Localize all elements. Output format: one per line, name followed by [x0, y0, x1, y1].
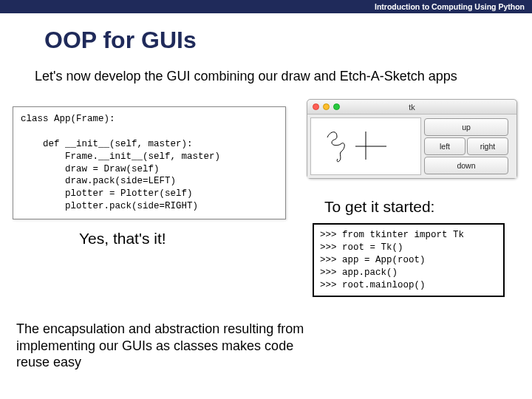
repl-code-block: >>> from tkinter import Tk >>> root = Tk…	[313, 223, 505, 297]
tk-window-screenshot: tk up left right down	[307, 99, 517, 179]
right-button[interactable]: right	[467, 137, 508, 155]
close-icon	[313, 103, 319, 110]
tk-titlebar: tk	[307, 100, 516, 115]
draw-canvas	[310, 117, 421, 175]
minimize-icon	[323, 103, 330, 110]
slide-title: OOP for GUIs	[44, 27, 532, 54]
to-get-started-text: To get it started:	[324, 198, 521, 216]
tk-window-body: up left right down	[307, 115, 516, 178]
plotter-buttons: up left right down	[424, 117, 508, 175]
squiggle-drawing	[311, 118, 422, 176]
code-block-class: class App(Frame): def __init__(self, mas…	[13, 106, 286, 219]
left-column: class App(Frame): def __init__(self, mas…	[13, 106, 286, 248]
intro-text: Let's now develop the GUI combining our …	[35, 69, 532, 84]
left-button[interactable]: left	[424, 137, 466, 155]
conclusion-text: The encapsulation and abstraction result…	[16, 321, 312, 371]
right-column: tk up left right down To get it started:	[307, 106, 521, 297]
up-button[interactable]: up	[424, 118, 508, 136]
window-controls	[313, 103, 340, 110]
down-button[interactable]: down	[424, 157, 508, 174]
header-bar: Introduction to Computing Using Python	[0, 0, 532, 13]
zoom-icon	[333, 103, 340, 110]
content-area: class App(Frame): def __init__(self, mas…	[0, 106, 532, 297]
yes-thats-it-text: Yes, that's it!	[79, 230, 286, 248]
